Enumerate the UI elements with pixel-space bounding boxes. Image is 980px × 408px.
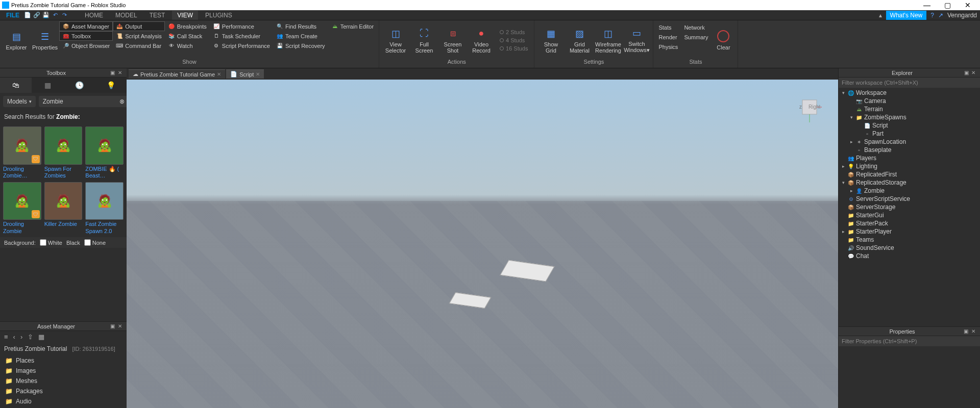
save-icon[interactable]: 💾 bbox=[42, 11, 50, 19]
tree-node[interactable]: 📦ServerStorage bbox=[839, 203, 980, 211]
tree-node[interactable]: 📷Camera bbox=[839, 97, 980, 105]
tree-node[interactable]: ▸📁StarterPlayer bbox=[839, 227, 980, 236]
properties-filter-input[interactable]: Filter Properties (Ctrl+Shift+P) bbox=[839, 336, 980, 346]
tree-node[interactable]: 📄Script bbox=[839, 121, 980, 130]
assetmgr-folder[interactable]: 📁Images bbox=[0, 366, 127, 376]
studs-16[interactable]: 16 Studs bbox=[500, 45, 528, 52]
maximize-button[interactable]: ▢ bbox=[937, 1, 958, 9]
collapse-ribbon-icon[interactable]: ▴ bbox=[879, 12, 882, 19]
show-grid-button[interactable]: ▦Show Grid bbox=[536, 21, 565, 59]
explorer-pin-icon[interactable]: ▣ bbox=[963, 70, 970, 75]
ribbon-find-results-button[interactable]: 🔍Find Results bbox=[273, 21, 328, 31]
toolbox-tab-inventory[interactable]: ▦ bbox=[32, 78, 63, 93]
toolbox-search-input[interactable]: ⊗ 🔍 bbox=[39, 96, 127, 107]
am-grid-icon[interactable]: ▦ bbox=[38, 333, 44, 341]
ribbon-script-recovery-button[interactable]: 💾Script Recovery bbox=[273, 41, 328, 50]
ribbon-breakpoints-button[interactable]: 🔴Breakpoints bbox=[165, 21, 210, 31]
switch-windows-button[interactable]: ▭Switch Windows▾ bbox=[622, 21, 651, 59]
ribbon-script-performance-button[interactable]: ⚙Script Performance bbox=[210, 41, 273, 50]
ribbon-script-analysis-button[interactable]: 📜Script Analysis bbox=[113, 31, 165, 41]
tab-home[interactable]: HOME bbox=[80, 11, 108, 20]
clear-stats-button[interactable]: Clear bbox=[711, 21, 736, 59]
help-icon[interactable]: ? bbox=[930, 12, 934, 19]
studs-4[interactable]: 4 Studs bbox=[500, 37, 528, 43]
clear-search-icon[interactable]: ⊗ bbox=[119, 98, 125, 105]
ribbon-output-button[interactable]: 📤Output bbox=[113, 21, 165, 31]
tree-node[interactable]: ▸👤Zombie bbox=[839, 187, 980, 195]
toolbox-tab-marketplace[interactable]: 🛍 bbox=[0, 78, 32, 93]
tab-plugins[interactable]: PLUGINS bbox=[200, 11, 237, 20]
tree-node[interactable]: 👥Players bbox=[839, 154, 980, 162]
toolbox-pin-icon[interactable]: ▣ bbox=[109, 70, 116, 75]
am-upload-icon[interactable]: ⇧ bbox=[28, 333, 33, 341]
tree-node[interactable]: ▾📁ZombieSpawns bbox=[839, 113, 980, 121]
redo-icon[interactable]: ↷ bbox=[60, 11, 68, 19]
toolbox-item[interactable]: 🧟🛡Drooling Zombie bbox=[3, 182, 41, 235]
tree-node[interactable]: ▾📦ReplicatedStorage bbox=[839, 178, 980, 187]
tree-node[interactable]: ▸💡Lighting bbox=[839, 162, 980, 170]
file-menu[interactable]: FILE bbox=[3, 12, 22, 19]
assetmgr-folder[interactable]: 📁Meshes bbox=[0, 376, 127, 386]
tree-node[interactable]: ⛰Terrain bbox=[839, 105, 980, 113]
tab-close-icon[interactable]: ✕ bbox=[256, 71, 260, 77]
physics-stats-button[interactable]: Physics bbox=[655, 42, 681, 52]
toolbox-tab-recent[interactable]: 🕓 bbox=[63, 78, 95, 93]
stats-button[interactable]: Stats bbox=[655, 22, 681, 32]
assetmgr-pin-icon[interactable]: ▣ bbox=[109, 323, 116, 329]
tree-node[interactable]: 💬Chat bbox=[839, 252, 980, 260]
bg-white-checkbox[interactable]: White bbox=[40, 239, 62, 246]
bg-none-checkbox[interactable]: None bbox=[84, 239, 106, 246]
assetmgr-close-icon[interactable]: ✕ bbox=[116, 323, 124, 329]
tree-node[interactable]: ▫Part bbox=[839, 130, 980, 138]
toolbox-close-icon[interactable]: ✕ bbox=[116, 70, 124, 75]
am-back-icon[interactable]: ‹ bbox=[13, 333, 15, 341]
undo-icon[interactable]: ↶ bbox=[51, 11, 59, 19]
ribbon-toolbox-button[interactable]: 🧰Toolbox bbox=[59, 31, 113, 41]
viewport-3d[interactable]: z Right bbox=[127, 80, 838, 408]
properties-close-icon[interactable]: ✕ bbox=[970, 328, 977, 334]
am-forward-icon[interactable]: › bbox=[20, 333, 22, 341]
video-record-button[interactable]: ●Video Record bbox=[467, 21, 496, 59]
tab-model[interactable]: MODEL bbox=[110, 11, 142, 20]
screen-shot-button[interactable]: ⧆Screen Shot bbox=[438, 21, 467, 59]
studs-2[interactable]: 2 Studs bbox=[500, 29, 528, 35]
view-selector-button[interactable]: ◫View Selector bbox=[381, 21, 410, 59]
toolbox-item[interactable]: 🧟Fast Zombie Spawn 2.0 bbox=[85, 182, 124, 235]
tab-close-icon[interactable]: ✕ bbox=[217, 71, 221, 77]
tree-node[interactable]: 🔊SoundService bbox=[839, 244, 980, 252]
ribbon-watch-button[interactable]: 👁Watch bbox=[165, 41, 210, 50]
toolbox-category-dropdown[interactable]: Models▾ bbox=[3, 96, 36, 107]
ribbon-call-stack-button[interactable]: 📚Call Stack bbox=[165, 31, 210, 41]
toolbox-item[interactable]: 🧟Spawn For Zombies bbox=[44, 126, 83, 179]
properties-button[interactable]: ☰Properties bbox=[31, 21, 59, 59]
summary-stats-button[interactable]: Summary bbox=[681, 32, 711, 42]
ribbon-task-scheduler-button[interactable]: 🗒Task Scheduler bbox=[210, 31, 273, 41]
bg-black-checkbox[interactable]: Black bbox=[66, 240, 80, 246]
toolbox-item[interactable]: 🧟ZOMBIE 🔥 ( Beast… bbox=[85, 126, 124, 179]
tree-node[interactable]: 📁Teams bbox=[839, 236, 980, 244]
doc-tab[interactable]: 📄Script✕ bbox=[226, 69, 264, 79]
terrain-editor-button[interactable]: ⛰Terrain Editor bbox=[328, 21, 377, 31]
tab-test[interactable]: TEST bbox=[144, 11, 170, 20]
ribbon-asset-manager-button[interactable]: 📦Asset Manager bbox=[59, 21, 113, 31]
explorer-button[interactable]: ▤Explorer bbox=[2, 21, 31, 59]
assetmgr-folder[interactable]: 📁Audio bbox=[0, 396, 127, 406]
doc-tab[interactable]: ☁Pretius Zombie Tutorial Game✕ bbox=[129, 69, 225, 79]
grid-material-button[interactable]: ▨Grid Material bbox=[565, 21, 594, 59]
full-screen-button[interactable]: ⛶Full Screen bbox=[410, 21, 438, 59]
toolbox-item[interactable]: 🧟Killer Zombie bbox=[44, 182, 83, 235]
close-button[interactable]: ✕ bbox=[958, 1, 978, 9]
minimize-button[interactable]: — bbox=[917, 1, 937, 9]
axis-gizmo[interactable]: z Right bbox=[792, 95, 823, 125]
tree-node[interactable]: 📦ReplicatedFirst bbox=[839, 170, 980, 178]
tree-node[interactable]: ▫Baseplate bbox=[839, 146, 980, 154]
new-icon[interactable]: 📄 bbox=[23, 11, 32, 19]
network-stats-button[interactable]: Network bbox=[681, 22, 711, 32]
render-stats-button[interactable]: Render bbox=[655, 32, 681, 42]
tree-node[interactable]: ▸✶SpawnLocation bbox=[839, 138, 980, 146]
tree-node[interactable]: ▾🌐Workspace bbox=[839, 89, 980, 97]
tree-node[interactable]: 📁StarterPack bbox=[839, 219, 980, 227]
tree-node[interactable]: 📁StarterGui bbox=[839, 211, 980, 219]
explorer-filter-input[interactable]: Filter workspace (Ctrl+Shift+X) bbox=[839, 78, 980, 88]
toolbox-tab-creations[interactable]: 💡 bbox=[95, 78, 127, 93]
